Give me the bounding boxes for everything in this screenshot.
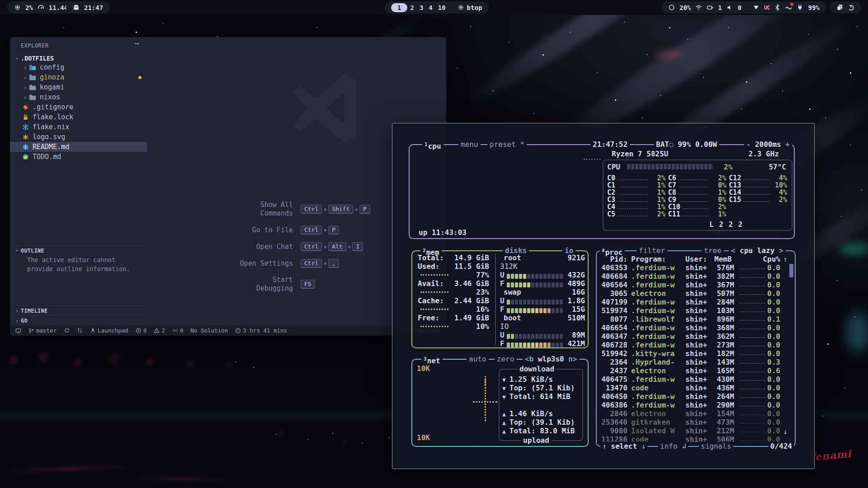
process-row[interactable]: 406475 .ferdium-w shin+ 430M 0.0 bbox=[600, 375, 790, 384]
notification-tray-icon[interactable] bbox=[785, 4, 792, 11]
process-row[interactable]: 407199 .ferdium-w shin+ 284M 0.0 bbox=[600, 298, 790, 306]
col-program[interactable]: Program: bbox=[631, 255, 666, 263]
warn-icon bbox=[154, 328, 160, 333]
process-pid: 407199 bbox=[600, 298, 627, 306]
meter-block bbox=[556, 300, 559, 305]
process-row[interactable]: 3065 electron shin+ 507M 0.0 bbox=[600, 289, 790, 298]
info-control[interactable]: info ↲ bbox=[658, 441, 688, 451]
meter-block bbox=[560, 343, 563, 347]
tree-item[interactable]: flake.nix bbox=[10, 122, 147, 132]
process-row[interactable]: 519974 .ferdium-w shin+ 103M 0.0 bbox=[600, 306, 790, 315]
signals-control[interactable]: signals bbox=[699, 441, 733, 451]
process-row[interactable]: 253640 gitkraken shin+ 473M 0.0 bbox=[600, 418, 790, 427]
process-row[interactable]: 406386 .ferdium-w shin+ 290M 0.0 bbox=[600, 401, 790, 409]
volume-icon[interactable] bbox=[726, 4, 733, 11]
process-row[interactable]: 406353 .ferdium-w shin+ 576M 0.0 bbox=[600, 263, 790, 272]
statusbar-item-label: 0 bbox=[180, 327, 184, 334]
tree-item[interactable]: › ginoza bbox=[10, 72, 147, 82]
process-row[interactable]: 9080 Isolated W shin+ 212M 0.0 bbox=[600, 427, 790, 435]
statusbar-item[interactable] bbox=[64, 328, 70, 333]
btop-mem-box: 2mem disks io Total:14.9 GiBUsed:11.5 Gi… bbox=[411, 250, 589, 348]
sort-mode-control[interactable]: < cpu lazy > bbox=[729, 246, 786, 255]
statusbar-item-label: No Solution bbox=[190, 327, 228, 334]
workspace-button[interactable]: 1 bbox=[391, 3, 407, 12]
power-plug-icon[interactable] bbox=[797, 4, 803, 11]
scroll-down-arrow[interactable]: ↓ bbox=[783, 427, 788, 436]
tree-item[interactable]: › nixos bbox=[10, 92, 147, 102]
tree-button[interactable]: tree bbox=[702, 246, 724, 255]
select-control[interactable]: ↑ select ↓ bbox=[600, 441, 647, 451]
process-row[interactable]: 406728 .ferdium-w shin+ 273M 0.0 bbox=[600, 341, 790, 349]
meter-key: U bbox=[500, 296, 505, 305]
tree-item[interactable]: README.md bbox=[10, 142, 147, 152]
statusbar-item[interactable] bbox=[15, 328, 21, 333]
statusbar-item[interactable]: 2 bbox=[154, 327, 165, 334]
workspace-button[interactable]: 2 bbox=[407, 4, 416, 11]
process-row[interactable]: 8077 .librewolf shin+ 896M 0.1 bbox=[600, 315, 790, 324]
mem-graph bbox=[420, 274, 448, 276]
statusbar-item[interactable]: master bbox=[28, 327, 57, 334]
timeline-section-header[interactable]: › TIMELINE bbox=[10, 305, 147, 315]
tree-item[interactable]: flake.lock bbox=[10, 112, 147, 122]
process-row[interactable]: 406654 .ferdium-w shin+ 368M 0.0 bbox=[600, 324, 790, 332]
workspace-button[interactable]: 3 bbox=[417, 4, 426, 11]
col-cpu[interactable]: Cpu% bbox=[763, 255, 780, 263]
launchpad-icon bbox=[90, 328, 96, 333]
disk-value: 489G bbox=[567, 279, 585, 288]
statusbar-item[interactable]: 0 bbox=[172, 327, 184, 334]
tree-item[interactable]: .gitignore bbox=[10, 102, 147, 112]
proc-scrollbar[interactable] bbox=[789, 264, 793, 277]
statusbar-item[interactable]: 3 hrs 41 mins bbox=[235, 327, 287, 334]
process-row[interactable]: 13470 code shin+ 436M 0.0 bbox=[600, 384, 790, 392]
clock-pill[interactable]: 21:47 bbox=[66, 1, 110, 14]
workspace-button[interactable]: 10 bbox=[435, 4, 448, 11]
process-row[interactable]: 2364 .Hyprland- shin+ 143M 0.3 bbox=[600, 358, 790, 366]
tray-pill: UC 99% bbox=[746, 1, 826, 14]
tree-item[interactable]: TODO.md bbox=[10, 152, 147, 162]
net-interface[interactable]: <b wlp3s0 n> bbox=[523, 354, 580, 364]
clipboard-icon[interactable] bbox=[836, 4, 843, 11]
vscode-statusbar: master Launchpad bbox=[10, 325, 446, 336]
outline-message: provide outline information. bbox=[27, 264, 130, 273]
col-user[interactable]: User: bbox=[685, 255, 707, 263]
more-actions-button[interactable]: ⋯ bbox=[135, 39, 139, 48]
process-row[interactable]: 2437 electron shin+ 165M 0.6 bbox=[600, 366, 790, 375]
network-tray-icon[interactable] bbox=[753, 4, 760, 11]
process-row[interactable]: 519942 .kitty-wra shin+ 182M 0.0 bbox=[600, 349, 790, 358]
power-icon[interactable] bbox=[848, 4, 854, 11]
statusbar-item[interactable]: 0 bbox=[136, 327, 147, 334]
focused-window[interactable]: btop bbox=[458, 4, 482, 11]
meter-block bbox=[535, 300, 538, 305]
statusbar-item[interactable]: No Solution bbox=[190, 327, 228, 334]
bluetooth-icon[interactable] bbox=[774, 4, 781, 11]
filter-button[interactable]: filter bbox=[637, 246, 667, 255]
net-auto-button[interactable]: auto bbox=[467, 354, 489, 364]
process-row[interactable]: 2846 electron shin+ 154M 0.0 bbox=[600, 409, 790, 418]
wifi-icon[interactable] bbox=[695, 4, 702, 11]
process-row[interactable]: 406347 .ferdium-w shin+ 362M 0.0 bbox=[600, 332, 790, 341]
menu-button[interactable]: menu bbox=[458, 140, 481, 149]
process-row[interactable]: 406684 .ferdium-w shin+ 382M 0.0 bbox=[600, 272, 790, 281]
workspace-button[interactable]: 4 bbox=[426, 4, 435, 11]
meter-block bbox=[519, 308, 522, 313]
tree-item[interactable]: › config bbox=[10, 62, 147, 72]
col-pid[interactable]: Pid: bbox=[600, 255, 627, 263]
process-row[interactable]: 406450 .ferdium-w shin+ 264M 0.0 bbox=[600, 392, 790, 401]
statusbar-item[interactable] bbox=[77, 328, 83, 333]
net-zero-button[interactable]: zero bbox=[495, 354, 517, 364]
col-mem[interactable]: MemB bbox=[714, 255, 732, 263]
tree-item[interactable]: › kogami bbox=[10, 82, 147, 92]
keyboard-icon[interactable] bbox=[707, 4, 713, 11]
plus-separator: + bbox=[323, 206, 327, 213]
outline-section-header[interactable]: › OUTLINE bbox=[10, 245, 147, 255]
layout-indicator[interactable]: UC bbox=[764, 5, 769, 11]
preset-button[interactable]: preset * bbox=[487, 140, 527, 149]
process-row[interactable]: 406564 .ferdium-w shin+ 367M 0.0 bbox=[600, 281, 790, 289]
tree-root[interactable]: › .DOTFILES bbox=[14, 53, 143, 63]
tree-item[interactable]: logo.svg bbox=[10, 132, 147, 142]
statusbar-item[interactable]: Launchpad bbox=[90, 327, 128, 334]
brightness-icon[interactable] bbox=[668, 4, 675, 11]
proc-footer: ↑ select ↓ info ↲ signals 0/424 bbox=[597, 441, 795, 451]
refresh-ms-control[interactable]: - 2000ms + bbox=[744, 140, 792, 149]
go-section-header[interactable]: › GO bbox=[10, 315, 147, 325]
